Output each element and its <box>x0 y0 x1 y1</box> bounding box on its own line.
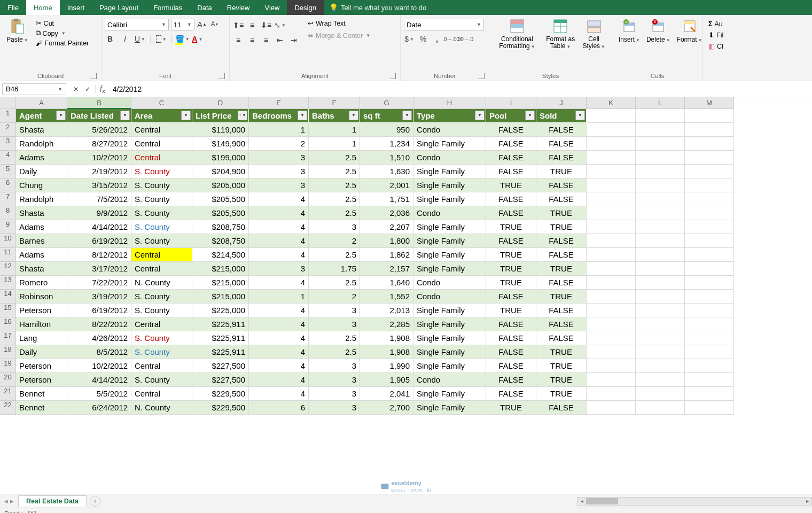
new-sheet-button[interactable]: + <box>90 496 100 507</box>
empty-cell[interactable] <box>587 317 636 331</box>
copy-button[interactable]: ⧉Copy▼ <box>34 29 91 38</box>
data-cell[interactable]: 950 <box>360 123 413 137</box>
data-cell[interactable]: 8/27/2012 <box>67 137 131 151</box>
data-cell[interactable]: FALSE <box>536 123 587 137</box>
data-cell[interactable]: Romero <box>16 276 67 290</box>
data-cell[interactable]: 4 <box>249 220 309 234</box>
merge-center-button[interactable]: ⬌Merge & Center▼ <box>306 31 372 40</box>
data-cell[interactable]: TRUE <box>536 165 587 178</box>
empty-cell[interactable] <box>685 290 734 304</box>
data-cell[interactable]: $215,000 <box>192 290 249 304</box>
column-header-I[interactable]: I <box>486 97 536 109</box>
data-cell[interactable]: 10/2/2012 <box>67 359 131 373</box>
data-cell[interactable]: Single Family <box>413 345 486 359</box>
row-header-6[interactable]: 6 <box>0 178 16 192</box>
data-cell[interactable]: 6/19/2012 <box>67 234 131 248</box>
currency-icon[interactable]: $▼ <box>404 34 415 44</box>
data-cell[interactable]: $225,911 <box>192 345 249 359</box>
bold-button[interactable]: B <box>105 34 115 44</box>
underline-button[interactable]: U▼ <box>135 34 145 44</box>
empty-cell[interactable] <box>685 276 734 290</box>
decrease-decimal-icon[interactable]: .00→.0 <box>459 34 470 44</box>
empty-cell[interactable] <box>587 220 636 234</box>
row-header-4[interactable]: 4 <box>0 151 16 165</box>
font-name-combo[interactable]: Calibri▼ <box>105 19 169 30</box>
data-cell[interactable]: Condo <box>413 151 486 165</box>
row-header-16[interactable]: 16 <box>0 317 16 331</box>
data-cell[interactable]: TRUE <box>536 373 587 387</box>
data-cell[interactable]: Central <box>131 248 192 262</box>
data-cell[interactable]: 3/19/2012 <box>67 290 131 304</box>
data-cell[interactable]: Bennet <box>16 401 67 415</box>
data-cell[interactable]: 2,013 <box>360 304 413 317</box>
menu-tab-formulas[interactable]: Formulas <box>146 0 190 15</box>
empty-cell[interactable] <box>587 290 636 304</box>
empty-cell[interactable] <box>685 165 734 178</box>
borders-button[interactable]: ▼ <box>156 34 167 44</box>
data-cell[interactable]: Single Family <box>413 165 486 178</box>
data-cell[interactable]: 2.5 <box>309 151 360 165</box>
menu-tab-file[interactable]: File <box>0 0 26 15</box>
align-left-icon[interactable]: ≡ <box>233 35 244 45</box>
data-cell[interactable]: 2,157 <box>360 262 413 276</box>
empty-cell[interactable] <box>636 234 685 248</box>
data-cell[interactable]: 8/12/2012 <box>67 248 131 262</box>
data-cell[interactable]: S. County <box>131 206 192 220</box>
clear-button[interactable]: ◧ Cl <box>706 42 725 51</box>
data-cell[interactable]: TRUE <box>536 387 587 401</box>
row-header-7[interactable]: 7 <box>0 192 16 206</box>
data-cell[interactable]: TRUE <box>536 345 587 359</box>
row-header-11[interactable]: 11 <box>0 248 16 262</box>
empty-cell[interactable] <box>636 248 685 262</box>
data-cell[interactable]: Single Family <box>413 401 486 415</box>
row-header-18[interactable]: 18 <box>0 345 16 359</box>
empty-cell[interactable] <box>685 248 734 262</box>
data-cell[interactable]: TRUE <box>486 401 536 415</box>
data-cell[interactable]: Single Family <box>413 262 486 276</box>
column-header-C[interactable]: C <box>131 97 192 109</box>
data-cell[interactable]: Daily <box>16 165 67 178</box>
empty-cell[interactable] <box>587 151 636 165</box>
fill-button[interactable]: ⬇ Fil <box>706 30 725 40</box>
empty-cell[interactable] <box>636 401 685 415</box>
column-header-B[interactable]: B <box>67 97 131 109</box>
data-cell[interactable]: 1,905 <box>360 373 413 387</box>
empty-cell[interactable] <box>685 373 734 387</box>
empty-cell[interactable] <box>636 387 685 401</box>
menu-tab-design[interactable]: Design <box>287 0 323 15</box>
data-cell[interactable]: $215,000 <box>192 276 249 290</box>
column-header-D[interactable]: D <box>192 97 249 109</box>
select-all-corner[interactable] <box>0 97 16 109</box>
data-cell[interactable]: 2,285 <box>360 317 413 331</box>
empty-cell[interactable] <box>587 165 636 178</box>
data-cell[interactable]: 4 <box>249 387 309 401</box>
row-header-15[interactable]: 15 <box>0 304 16 317</box>
cancel-formula-icon[interactable]: ✕ <box>72 85 80 94</box>
cut-button[interactable]: ✂Cut <box>34 19 91 28</box>
data-cell[interactable]: $229,500 <box>192 387 249 401</box>
data-cell[interactable]: 7/22/2012 <box>67 276 131 290</box>
empty-cell[interactable] <box>587 345 636 359</box>
data-cell[interactable]: Single Family <box>413 234 486 248</box>
data-cell[interactable]: 4 <box>249 359 309 373</box>
data-cell[interactable]: 1,908 <box>360 345 413 359</box>
data-cell[interactable]: 4 <box>249 331 309 345</box>
data-cell[interactable]: Bennet <box>16 387 67 401</box>
table-header[interactable]: Bedrooms <box>249 109 309 123</box>
align-top-icon[interactable]: ⬆≡ <box>233 20 244 30</box>
table-header[interactable]: Agent <box>16 109 67 123</box>
data-cell[interactable]: S. County <box>131 192 192 206</box>
horizontal-scrollbar[interactable]: ◂▸ <box>577 497 812 506</box>
empty-cell[interactable] <box>587 331 636 345</box>
empty-cell[interactable] <box>636 178 685 192</box>
empty-cell[interactable] <box>587 401 636 415</box>
data-cell[interactable]: S. County <box>131 178 192 192</box>
menu-tab-insert[interactable]: Insert <box>60 0 92 15</box>
empty-cell[interactable] <box>587 262 636 276</box>
format-as-table-button[interactable]: Format as Table▼ <box>542 17 580 51</box>
empty-cell[interactable] <box>685 123 734 137</box>
data-cell[interactable]: 1.75 <box>309 262 360 276</box>
column-header-F[interactable]: F <box>309 97 360 109</box>
menu-tab-home[interactable]: Home <box>26 0 60 15</box>
macro-record-icon[interactable] <box>28 511 36 514</box>
